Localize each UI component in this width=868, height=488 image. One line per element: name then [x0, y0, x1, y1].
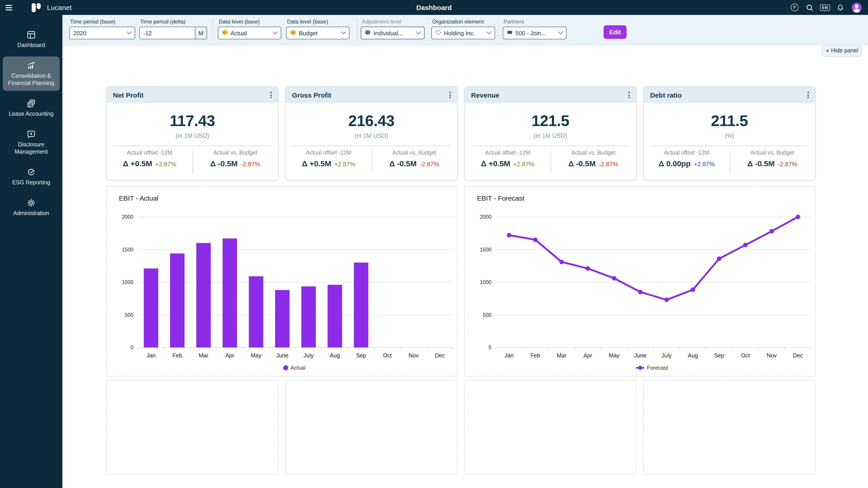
sidebar-item-label: Administration — [13, 210, 49, 217]
filter-divider — [213, 19, 213, 41]
svg-text:Nov: Nov — [767, 352, 777, 359]
ebit-actual-chart-canvas: 0500100015002000JanFebMarAprMayJuneJulyA… — [107, 187, 457, 376]
edit-button[interactable]: Edit — [603, 25, 627, 39]
filter-divider — [357, 19, 358, 41]
time-period-delta-input[interactable]: -12 — [139, 27, 195, 39]
svg-text:Sep: Sep — [714, 352, 724, 359]
dashboard-icon — [26, 30, 36, 40]
svg-text:Feb: Feb — [530, 352, 540, 359]
sidebar-item-label: Lease Accounting — [9, 110, 53, 118]
kpi-card-revenue: Revenue 121.5 (in 1M USD) Actual offset … — [464, 86, 637, 180]
notifications-bell-icon[interactable] — [836, 3, 844, 11]
svg-text:500: 500 — [483, 312, 491, 318]
filter-label: Data level (base) — [219, 19, 260, 25]
sidebar-item-disclosure-management[interactable]: Disclosure Management — [3, 125, 60, 160]
card-menu-icon[interactable] — [269, 90, 274, 100]
svg-text:0: 0 — [130, 345, 133, 350]
svg-text:500: 500 — [125, 312, 133, 318]
divider — [292, 145, 451, 146]
delta-percent: -2.87% — [778, 161, 797, 167]
svg-text:Feb: Feb — [173, 352, 182, 359]
empty-grid-cell — [106, 380, 278, 475]
comparison-label: Actual offset -12M — [286, 149, 371, 156]
card-menu-icon[interactable] — [447, 90, 453, 100]
search-icon[interactable] — [806, 3, 814, 11]
svg-text:Mar: Mar — [199, 352, 209, 359]
divider — [550, 150, 551, 173]
svg-text:0: 0 — [489, 345, 491, 350]
message-star-icon — [26, 129, 36, 139]
card-menu-icon[interactable] — [627, 90, 631, 100]
divider — [730, 150, 730, 173]
kpi-unit: (in 1M USD) — [465, 132, 636, 139]
svg-text:May: May — [251, 352, 261, 359]
cube-orange-icon — [290, 29, 296, 37]
svg-text:Aug: Aug — [688, 352, 698, 359]
language-badge[interactable]: EN — [821, 3, 829, 11]
svg-text:Oct: Oct — [741, 352, 750, 359]
svg-text:Apr: Apr — [583, 352, 592, 359]
kpi-value: 121.5 — [465, 112, 636, 130]
delta-value: Δ +0.5M — [481, 159, 510, 168]
sidebar-item-label: Consolidation & Financial Planning — [5, 72, 57, 87]
svg-text:June: June — [276, 352, 288, 359]
double-chevron-up-icon: » — [824, 49, 831, 52]
delta-value: Δ -0.5M — [568, 159, 596, 168]
hide-panel-button[interactable]: » Hide panel — [822, 45, 862, 57]
delta-percent: -2.87% — [241, 161, 260, 167]
help-icon[interactable]: ? — [790, 3, 798, 11]
sidebar-item-label: ESG Reporting — [12, 179, 50, 186]
sidebar-item-administration[interactable]: Administration — [3, 194, 60, 221]
kpi-value: 211.5 — [644, 112, 815, 130]
adjustment-level-select[interactable]: Individual... — [361, 27, 425, 39]
delta-value: Δ -0.5M — [389, 159, 416, 168]
svg-text:June: June — [634, 352, 647, 359]
sidebar-item-dashboard[interactable]: Dashboard — [3, 26, 60, 53]
kpi-card-net-profit: Net Profit 117.43 (in 1M USD) Actual off… — [106, 86, 278, 180]
bar-chart-arrow-icon — [26, 61, 36, 70]
partners-select[interactable]: 500 - Join... — [503, 27, 566, 39]
kpi-unit: (in 1M USD) — [107, 132, 278, 139]
filter-label: Adjustment level — [362, 19, 401, 25]
chart-title: EBIT - Actual — [119, 194, 158, 202]
svg-text:Aug: Aug — [330, 352, 340, 359]
kpi-value: 216.43 — [286, 112, 457, 130]
svg-text:2000: 2000 — [480, 214, 491, 220]
divider — [471, 145, 630, 146]
cube-gray-icon — [365, 29, 371, 37]
gear-icon — [26, 198, 36, 208]
sidebar-item-lease-accounting[interactable]: Lease Accounting — [3, 94, 60, 122]
organization-element-select[interactable]: Holding Inc. — [431, 27, 495, 39]
filter-label: Time period (delta) — [140, 19, 186, 25]
chevron-down-icon — [341, 29, 346, 34]
delta-percent: -2.87% — [420, 161, 439, 167]
kpi-card-gross-profit: Gross Profit 216.43 (in 1M USD) Actual o… — [285, 86, 458, 180]
svg-text:May: May — [609, 352, 620, 359]
chart-title: EBIT - Forecast — [477, 194, 524, 202]
sidebar-item-esg-reporting[interactable]: ESG Reporting — [3, 163, 60, 190]
unit-addon: M — [195, 27, 207, 39]
comparison-label: Actual vs. Budget — [371, 149, 457, 156]
divider — [650, 145, 809, 146]
kpi-unit: (in 1M USD) — [286, 132, 457, 139]
comparison-label: Actual offset -12M — [107, 149, 192, 156]
delta-value: Δ 0.00pp — [659, 159, 691, 168]
data-level-budget-select[interactable]: Budget — [286, 27, 349, 39]
delta-percent: +2.87% — [513, 161, 534, 167]
user-avatar[interactable] — [852, 2, 862, 12]
card-menu-icon[interactable] — [806, 90, 811, 100]
ebit-forecast-chart-canvas: 0500100015002000JanFebMarAprMayJuneJulyA… — [465, 187, 815, 376]
delta-value: Δ -0.5M — [210, 159, 238, 168]
filter-label: Partners — [504, 19, 524, 25]
empty-grid-cell — [464, 380, 637, 475]
svg-text:1000: 1000 — [122, 279, 133, 285]
filter-label: Organization element — [432, 19, 484, 25]
divider — [192, 150, 193, 173]
data-level-base-select[interactable]: Actual — [218, 27, 281, 39]
chart-widget-ebit-actual: 0500100015002000JanFebMarAprMayJuneJulyA… — [106, 186, 458, 377]
sidebar-item-consolidation-financial-planning[interactable]: Consolidation & Financial Planning — [3, 57, 60, 91]
time-period-base-select[interactable]: 2020 — [69, 27, 135, 39]
top-bar: Lucanet Dashboard ? EN — [0, 0, 868, 15]
comparison-label: Actual vs. Budget — [550, 149, 636, 156]
svg-text:2000: 2000 — [122, 214, 133, 220]
